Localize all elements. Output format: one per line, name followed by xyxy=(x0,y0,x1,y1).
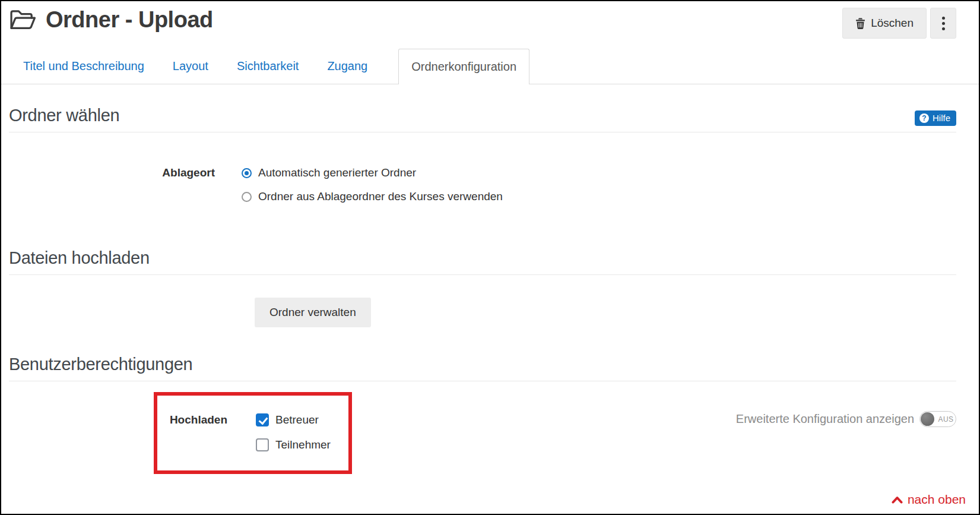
manage-folder-button[interactable]: Ordner verwalten xyxy=(255,298,371,327)
advanced-config-toggle[interactable]: AUS xyxy=(919,411,956,427)
toggle-state-label: AUS xyxy=(936,412,956,426)
tab-sichtbarkeit[interactable]: Sichtbarkeit xyxy=(223,49,313,84)
delete-button[interactable]: Löschen xyxy=(842,8,927,39)
trash-icon xyxy=(855,18,865,29)
section-permissions-header: Benutzerberechtigungen xyxy=(9,352,956,381)
radio-auto-generated-folder[interactable]: Automatisch generierter Ordner xyxy=(242,165,503,181)
toggle-knob xyxy=(921,412,934,426)
permissions-row: Hochladen Betreuer Teilnehmer Erweiterte… xyxy=(9,392,956,474)
manage-folder-row: Ordner verwalten xyxy=(1,298,979,327)
storage-location-row: Ablageort Automatisch generierter Ordner… xyxy=(1,165,979,213)
folder-open-icon xyxy=(9,9,37,31)
checkbox-icon[interactable] xyxy=(256,438,269,451)
chevron-up-icon xyxy=(892,496,903,504)
tab-titel-und-beschreibung[interactable]: Titel und Beschreibung xyxy=(9,49,158,84)
storage-location-label: Ablageort xyxy=(9,165,215,181)
kebab-icon xyxy=(942,17,945,20)
header-actions: Löschen xyxy=(842,8,956,39)
annotation-highlight-box: Hochladen Betreuer Teilnehmer xyxy=(154,392,352,474)
page-title-wrap: Ordner - Upload xyxy=(9,7,213,33)
radio-icon[interactable] xyxy=(242,168,252,178)
storage-location-options: Automatisch generierter Ordner Ordner au… xyxy=(242,165,503,213)
upload-permission-label: Hochladen xyxy=(161,412,227,453)
section-permissions-title: Benutzerberechtigungen xyxy=(9,352,192,376)
checkbox-betreuer[interactable]: Betreuer xyxy=(256,412,331,428)
section-upload-title: Dateien hochladen xyxy=(9,246,150,270)
page-title: Ordner - Upload xyxy=(46,7,213,33)
checkbox-teilnehmer[interactable]: Teilnehmer xyxy=(256,437,331,453)
section-folder-header: Ordner wählen ? Hilfe xyxy=(9,84,956,132)
back-to-top-link[interactable]: nach oben xyxy=(892,492,966,507)
section-upload-header: Dateien hochladen xyxy=(9,246,956,275)
page-header: Ordner - Upload Löschen xyxy=(1,1,979,39)
back-to-top-label: nach oben xyxy=(908,492,966,507)
more-actions-button[interactable] xyxy=(930,8,956,39)
advanced-config-label: Erweiterte Konfiguration anzeigen xyxy=(736,412,914,426)
radio-label: Ordner aus Ablageordner des Kurses verwe… xyxy=(258,189,503,204)
tab-zugang[interactable]: Zugang xyxy=(313,49,382,84)
delete-button-label: Löschen xyxy=(871,17,914,30)
checkbox-label: Betreuer xyxy=(275,412,319,428)
upload-permission-options: Betreuer Teilnehmer xyxy=(256,412,331,453)
help-button[interactable]: ? Hilfe xyxy=(915,110,956,126)
question-circle-icon: ? xyxy=(919,113,929,123)
tab-bar: Titel und Beschreibung Layout Sichtbarke… xyxy=(1,49,979,84)
checkbox-icon[interactable] xyxy=(256,413,269,426)
tab-layout[interactable]: Layout xyxy=(158,49,223,84)
radio-label: Automatisch generierter Ordner xyxy=(258,165,416,181)
folder-upload-config-page: { "colors": { "accent_blue": "#1573c4", … xyxy=(0,0,980,515)
help-button-label: Hilfe xyxy=(933,113,950,123)
section-folder-title: Ordner wählen xyxy=(9,103,119,127)
advanced-config-row: Erweiterte Konfiguration anzeigen AUS xyxy=(736,411,956,427)
radio-icon[interactable] xyxy=(242,192,252,202)
radio-course-storage-folder[interactable]: Ordner aus Ablageordner des Kurses verwe… xyxy=(242,189,503,204)
checkbox-label: Teilnehmer xyxy=(275,437,331,453)
tab-ordnerkonfiguration[interactable]: Ordnerkonfiguration xyxy=(398,49,529,84)
